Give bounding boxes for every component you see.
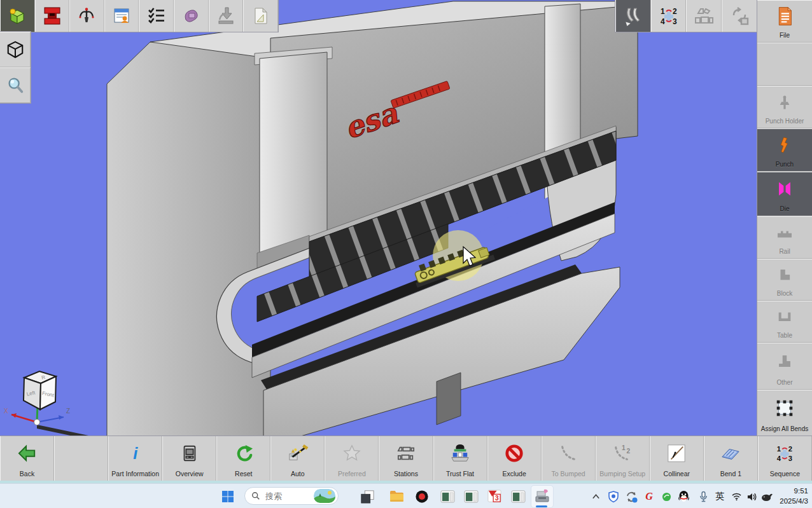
svg-text:1: 1: [622, 444, 626, 451]
search-input[interactable]: [264, 491, 314, 502]
app-window-button-2[interactable]: [463, 488, 479, 505]
rail-icon: [776, 226, 794, 240]
tray-security-app[interactable]: [606, 490, 620, 504]
toolbar-button-checklist[interactable]: [139, 0, 174, 32]
toolbar-button-punch-tool[interactable]: [69, 0, 104, 32]
other-icon: [776, 353, 793, 369]
import-arrow-icon: [216, 6, 236, 26]
bottom-button-label: Exclude: [502, 470, 526, 477]
sidebar-item-assign-all-bends[interactable]: Assign All Bends: [757, 390, 812, 436]
taskbar-search[interactable]: [244, 487, 339, 505]
toolbar-button-drawing-sheet[interactable]: [243, 0, 278, 32]
task-view-button[interactable]: [359, 488, 375, 505]
bottom-button-label: To Bumped: [552, 470, 585, 477]
file-explorer-button[interactable]: [388, 488, 405, 505]
bottom-button-empty[interactable]: [54, 436, 108, 481]
bottom-button-overview[interactable]: Overview: [162, 436, 216, 481]
app-window-icon: [511, 490, 526, 503]
tray-pen-app[interactable]: [759, 490, 774, 504]
sidebar-item-file[interactable]: File: [757, 0, 812, 43]
taskbar-clock[interactable]: 9:51 2025/4/3: [778, 486, 808, 506]
bottom-button-reset[interactable]: Reset: [216, 436, 270, 481]
svg-text:2: 2: [627, 448, 631, 455]
press-brake-tools-icon: [42, 6, 62, 26]
part-3d-icon: [7, 6, 27, 26]
drawing-sheet-icon: [250, 6, 270, 26]
sidebar-item-table[interactable]: Table: [757, 301, 812, 343]
active-app-button[interactable]: [531, 485, 554, 508]
toolbar-button-flip-sheets[interactable]: [615, 0, 651, 32]
sidebar-item-label: File: [780, 32, 790, 39]
toolbar-button-unfold-part[interactable]: [174, 0, 209, 32]
sidebar-item-punch[interactable]: Punch: [757, 128, 812, 172]
tray-expand-button[interactable]: [589, 490, 602, 503]
bottom-button-sequence[interactable]: 1 2 4 3 Sequence: [758, 436, 812, 481]
bottom-button-collinear[interactable]: Collinear: [650, 436, 704, 481]
sidebar-item-other[interactable]: Other: [757, 343, 812, 390]
punch-holder-icon: [776, 94, 793, 111]
sidebar-item-label: Rail: [779, 248, 790, 255]
tray-wifi[interactable]: [729, 490, 743, 503]
app-window-button-1[interactable]: [439, 488, 456, 505]
sidebar-item-punch-holder[interactable]: Punch Holder: [757, 86, 812, 128]
bending-app-icon: [535, 488, 550, 504]
bottom-button-exclude[interactable]: Exclude: [487, 436, 542, 481]
sidebar-item-rail[interactable]: Rail: [757, 216, 812, 259]
toolbar-button-3d-view[interactable]: [0, 32, 31, 67]
bottom-button-bend-1[interactable]: Bend 1: [704, 436, 758, 481]
app-window-button-3[interactable]: [510, 488, 526, 505]
tray-ime-indicator[interactable]: 英: [713, 490, 727, 504]
checklist-icon: [146, 6, 167, 26]
sync-arrows-icon: [626, 491, 638, 503]
svg-text:3: 3: [788, 455, 792, 462]
toolbar-button-bend-sequence[interactable]: 1 2 4 3: [651, 0, 687, 32]
bottom-button-bumping-setup[interactable]: 1 2 Bumping Setup: [596, 436, 650, 481]
record-icon: [415, 490, 429, 504]
toolbar-button-swap-tools[interactable]: [722, 0, 757, 32]
bottom-button-trust-flat[interactable]: Trust Flat: [433, 436, 487, 481]
toolbar-button-part-info-form[interactable]: [104, 0, 139, 32]
tray-sync-app[interactable]: [624, 490, 638, 504]
overview-window-icon: [180, 444, 199, 463]
bottom-button-part-information[interactable]: i Part Information: [108, 436, 162, 481]
bottom-button-label: Back: [20, 470, 34, 477]
bottom-button-label: Collinear: [664, 470, 690, 477]
table-icon: [776, 309, 793, 324]
clock-time: 9:51: [778, 486, 808, 496]
toolbar-button-zoom[interactable]: [0, 67, 31, 103]
bottom-button-to-bumped[interactable]: To Bumped: [542, 436, 596, 481]
red-badge-app-button[interactable]: 3: [486, 488, 503, 505]
unfold-part-icon: [181, 6, 201, 26]
bottom-button-label: Sequence: [770, 470, 800, 477]
green-dot-icon: [662, 492, 671, 502]
flip-sheets-icon: [622, 5, 644, 27]
recorder-app-button[interactable]: [414, 488, 430, 505]
bottom-button-stations[interactable]: Stations: [379, 436, 433, 481]
bottom-button-label: Trust Flat: [446, 470, 474, 477]
top-left-toolbar: [0, 0, 278, 32]
search-highlight-image[interactable]: [314, 489, 335, 503]
tray-g-app[interactable]: G: [642, 490, 656, 504]
bottom-button-preferred[interactable]: Preferred: [325, 436, 379, 481]
bottom-button-auto[interactable]: Auto: [270, 436, 325, 481]
toolbar-button-import[interactable]: [209, 0, 244, 32]
view-cube[interactable]: R Left Front X Z: [4, 371, 70, 425]
info-icon: i: [126, 444, 145, 463]
sidebar-item-die[interactable]: Die: [757, 172, 812, 216]
tray-volume[interactable]: [745, 490, 759, 503]
3d-viewport[interactable]: esa: [0, 0, 757, 484]
tray-microphone[interactable]: [696, 490, 710, 504]
tray-green-app[interactable]: [659, 490, 673, 504]
bottom-button-label: Overview: [176, 470, 204, 477]
toolbar-button-part-3d[interactable]: [0, 0, 35, 32]
bottom-button-label: Preferred: [338, 470, 366, 477]
collinear-icon: [666, 444, 687, 463]
tray-qq-app[interactable]: [676, 489, 691, 504]
toolbar-button-press-tools[interactable]: [35, 0, 70, 32]
start-button[interactable]: [220, 489, 235, 504]
toolbar-button-stations-setup[interactable]: [686, 0, 722, 32]
press-brake-machine: esa: [0, 0, 757, 484]
sidebar-item-empty[interactable]: [757, 43, 812, 86]
sidebar-item-block[interactable]: Block: [757, 259, 812, 301]
bottom-button-back[interactable]: Back: [0, 436, 54, 481]
